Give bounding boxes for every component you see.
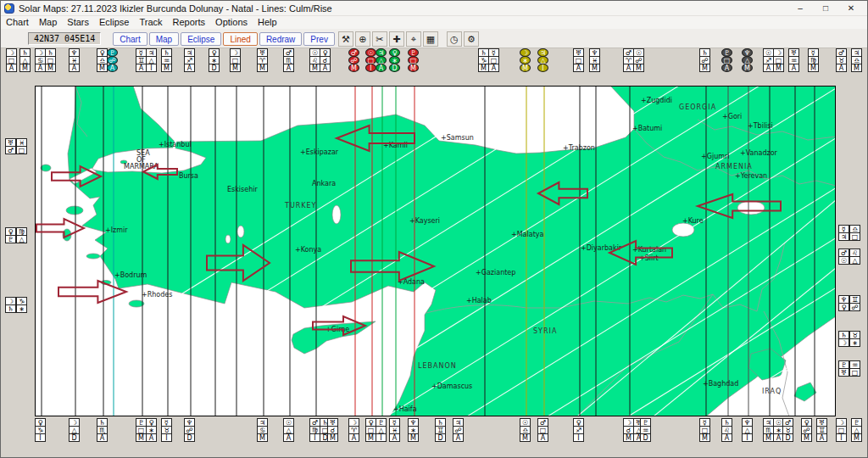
minimize-button[interactable]: – bbox=[787, 1, 813, 16]
settings-icon[interactable]: ⚙ bbox=[464, 31, 479, 47]
line-label-stack: ♆☍D bbox=[185, 419, 195, 442]
line-label-stack: ♇△I bbox=[376, 419, 387, 442]
plus-icon[interactable]: ✚ bbox=[389, 31, 404, 47]
annotation-arrow-left bbox=[537, 181, 589, 206]
region-label: GEORGIA bbox=[679, 104, 716, 111]
glyph-cell: D bbox=[640, 433, 651, 442]
glyph-cell: A bbox=[283, 64, 294, 72]
glyph-cell: M bbox=[257, 64, 268, 72]
glyph-cell: A bbox=[6, 64, 17, 72]
glyph-cell: ☉ bbox=[838, 256, 849, 265]
titlebar: Solar Maps: 27.11.2023 Ikizler Burcunda … bbox=[1, 1, 867, 16]
glyph-cell: △ bbox=[16, 235, 27, 243]
line-label-stack: ♀∗D bbox=[390, 49, 400, 72]
line-label-stack: ♇♒D bbox=[641, 419, 651, 442]
glyph-cell: M bbox=[699, 433, 710, 442]
lined-button[interactable]: Lined bbox=[223, 32, 257, 46]
glyph-cell: M bbox=[589, 64, 600, 72]
glyph-cell: M bbox=[408, 64, 419, 72]
line-label-stack: ♃♏M☉∗A bbox=[764, 419, 784, 442]
glyph-cell: A bbox=[389, 433, 400, 442]
line-label-stack: ♂♏A bbox=[284, 49, 294, 72]
line-label-stack: ♄♊D bbox=[436, 419, 446, 442]
menu-eclipse[interactable]: Eclipse bbox=[94, 16, 134, 29]
line-label-stack: ☽∗M bbox=[520, 49, 531, 72]
menu-map[interactable]: Map bbox=[34, 16, 62, 29]
city-label: +Tbilisi bbox=[748, 123, 773, 130]
menu-help[interactable]: Help bbox=[253, 16, 282, 29]
menu-reports[interactable]: Reports bbox=[168, 16, 211, 29]
glyph-cell: A bbox=[573, 64, 584, 72]
menu-chart[interactable]: Chart bbox=[1, 16, 34, 29]
menu-stars[interactable]: Stars bbox=[62, 16, 94, 29]
line-label-stack: ☽♑♄∗ bbox=[6, 298, 28, 313]
glyph-cell: D bbox=[435, 433, 446, 442]
line-label-stack: ☽□A bbox=[7, 49, 17, 72]
tools-icon[interactable]: ⚒ bbox=[338, 31, 353, 47]
glyph-cell: M bbox=[742, 64, 753, 72]
glyph-cell: □ bbox=[16, 146, 27, 154]
glyph-cell: A bbox=[816, 433, 827, 442]
city-label: +Batumi bbox=[632, 126, 662, 132]
city-label: Ankara bbox=[312, 181, 336, 187]
glyph-cell: I bbox=[146, 64, 157, 72]
rise-set-line bbox=[789, 86, 836, 416]
toolbar-buttons: ChartMapEclipseLinedRedrawPrev bbox=[113, 31, 337, 47]
city-label: +Damascus bbox=[431, 383, 472, 390]
glyph-cell: D bbox=[184, 433, 195, 442]
glyph-cell: □ bbox=[849, 368, 860, 377]
glyph-cell: M bbox=[327, 433, 338, 442]
region-label: SYRIA bbox=[533, 328, 557, 335]
glyph-cell: M bbox=[851, 433, 862, 442]
toolbar-icons: ⚒⊕✂✚⌖▦◷⚙ bbox=[337, 31, 479, 47]
line-label-stack: ♀∗D bbox=[209, 49, 220, 72]
line-label-stack: ☽□I bbox=[837, 419, 847, 442]
annotation-arrow-left bbox=[142, 163, 179, 181]
redraw-button[interactable]: Redraw bbox=[259, 32, 302, 46]
glyph-cell: △ bbox=[849, 256, 860, 265]
line-label-stack: ♅♒A bbox=[789, 49, 799, 72]
glyph-cell: A bbox=[721, 433, 732, 442]
line-label-stack: ♅♈M bbox=[258, 49, 268, 72]
close-button[interactable]: ✕ bbox=[838, 1, 864, 16]
line-label-stack: ♄♏A bbox=[97, 419, 108, 442]
line-label-stack: ♄♉☽∗ bbox=[839, 332, 861, 347]
glyph-cell: I bbox=[742, 433, 753, 442]
glyph-cell: ☽ bbox=[838, 338, 849, 347]
map-button[interactable]: Map bbox=[149, 32, 179, 46]
line-label-stack: ♂♌☉△ bbox=[839, 249, 861, 265]
zoom-icon[interactable]: ⊕ bbox=[355, 31, 370, 47]
line-label-stack: ☉♐A☽□M bbox=[764, 49, 784, 72]
grid-icon[interactable]: ▦ bbox=[423, 31, 438, 47]
line-label-stack: ♃△A bbox=[376, 49, 387, 72]
line-label-stack: ♂☍M bbox=[349, 49, 359, 72]
city-label: +Rhodes bbox=[142, 292, 172, 299]
region-label: TURKEY bbox=[285, 203, 317, 209]
menu-track[interactable]: Track bbox=[134, 16, 167, 29]
glyph-cell: A bbox=[97, 433, 108, 442]
menu-options[interactable]: Options bbox=[210, 16, 253, 29]
glyph-cell: M bbox=[161, 64, 172, 72]
maximize-button[interactable]: □ bbox=[813, 1, 838, 16]
glyph-cell: A bbox=[788, 64, 799, 72]
line-label-stack: ♀♐I bbox=[574, 419, 584, 442]
glyph-cell: A bbox=[453, 433, 464, 442]
region-label: IRAQ bbox=[762, 388, 782, 395]
chart-button[interactable]: Chart bbox=[113, 32, 147, 46]
eclipse-button[interactable]: Eclipse bbox=[181, 32, 221, 46]
crosshair-icon[interactable]: ⌖ bbox=[406, 31, 421, 47]
glyph-cell: M bbox=[851, 64, 862, 72]
line-label-stack: ☽□M bbox=[231, 49, 241, 72]
annotation-arrow-left bbox=[608, 239, 674, 266]
cut-icon[interactable]: ✂ bbox=[372, 31, 387, 47]
glyph-cell: A bbox=[721, 64, 732, 72]
clock-icon[interactable]: ◷ bbox=[447, 31, 462, 47]
glyph-cell: ☍ bbox=[849, 303, 860, 311]
glyph-cell: A bbox=[376, 64, 387, 72]
glyph-cell: I bbox=[537, 64, 548, 72]
prev-button[interactable]: Prev bbox=[303, 32, 335, 46]
annotation-arrow-right bbox=[50, 165, 103, 188]
glyph-cell: ♀ bbox=[838, 303, 849, 311]
glyph-cell: M bbox=[45, 64, 56, 72]
glyph-cell: M bbox=[520, 433, 531, 442]
